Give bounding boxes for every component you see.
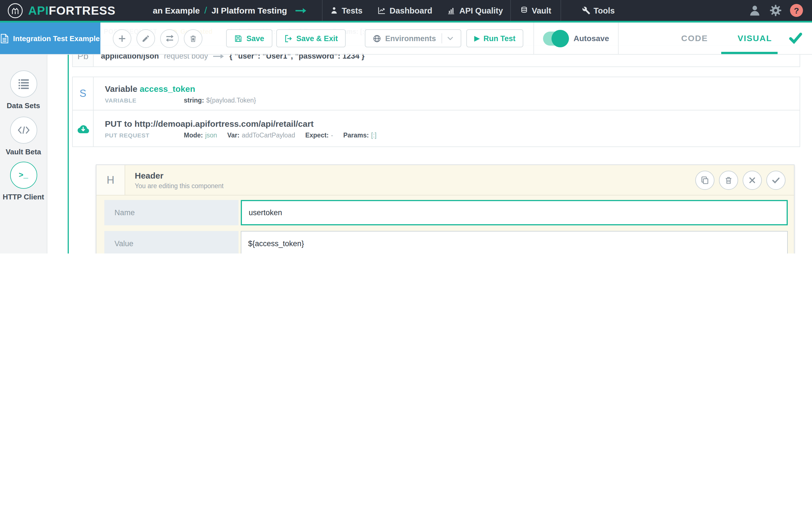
breadcrumb-arrow-icon [295,7,307,14]
header-value-input[interactable] [241,231,788,253]
header-name-field: Name [104,200,788,225]
trash-icon [189,34,197,43]
autosave-toggle[interactable] [543,31,566,45]
header-editor-title: Header [135,171,223,180]
breadcrumb: an Example / JI Platform Testing [153,5,307,16]
name-field-label: Name [104,200,239,225]
apifortress-logo[interactable]: APIFORTRESS [0,3,127,18]
variable-component-row[interactable]: S Variable access_token VARIABLE string:… [72,76,800,110]
header-component-editor: H Header You are editing this component … [96,165,795,253]
editor-toolbar: Integration Test Example Save Save & Exi… [0,22,812,55]
reorder-components-button[interactable] [160,29,179,48]
vault-icon [520,6,528,15]
check-icon [771,175,780,184]
nav-api-quality[interactable]: API Quality [440,0,510,21]
plus-icon [118,34,126,43]
api-quality-icon [447,6,456,15]
breadcrumb-test[interactable]: JI Platform Testing [211,6,287,15]
header-value-field: Value [104,231,788,253]
edit-test-button[interactable] [137,29,155,48]
document-icon [1,34,8,43]
visual-tab-underline [721,52,777,54]
delete-component-button[interactable] [719,170,738,189]
header-name-input[interactable] [241,200,788,225]
tab-visual[interactable]: VISUAL [738,22,772,54]
sidebar-item-vault-beta[interactable]: Vault Beta [0,117,47,156]
nav-vault[interactable]: Vault [510,0,561,21]
tools-icon [581,6,590,15]
exit-icon [284,34,292,43]
environments-chevron[interactable] [442,33,453,43]
toolbar-divider [618,22,619,54]
help-icon[interactable]: ? [790,4,803,17]
cancel-edit-button[interactable] [743,170,762,189]
terminal-icon: >_ [18,171,28,180]
cloud-download-icon [77,123,89,133]
test-editor-canvas: POST REQUEST Generated Mode: json Var: p… [47,54,812,253]
top-navbar: APIFORTRESS an Example / JI Platform Tes… [0,0,812,22]
duplicate-component-button[interactable] [695,170,714,189]
swap-arrows-icon [165,34,174,43]
nav-tools[interactable]: Tools [574,0,622,21]
save-button[interactable]: Save [226,29,272,47]
globe-icon [373,34,381,43]
delete-test-button[interactable] [184,29,202,48]
apifortress-logo-icon [7,3,23,18]
component-guide-line [68,45,69,253]
put-request-badge [73,110,94,147]
save-exit-button[interactable]: Save & Exit [276,29,346,47]
close-icon [748,176,756,184]
trash-icon [724,175,733,184]
set-variable-badge: S [73,77,94,110]
nav-dashboard[interactable]: Dashboard [370,0,440,21]
copy-icon [700,175,709,184]
pencil-icon [142,34,150,43]
value-field-label: Value [104,231,239,253]
gear-icon[interactable] [769,4,782,17]
add-component-button[interactable] [113,29,132,48]
breadcrumb-project[interactable]: an Example [153,6,200,15]
user-icon[interactable] [748,4,761,17]
nav-tests[interactable]: Tests [322,0,370,21]
play-icon: ▶ [474,34,479,42]
dashboard-icon [377,6,386,15]
sidebar-item-http-client[interactable]: >_ HTTP Client [0,162,47,201]
tab-code[interactable]: CODE [681,22,708,54]
apifortress-app: APIFORTRESS an Example / JI Platform Tes… [0,0,812,253]
toolbar-divider [534,22,534,54]
data-sets-icon [18,79,29,89]
editor-sidebar: Data Sets Vault Beta >_ HTTP Client [0,54,47,253]
chevron-down-icon [447,36,453,40]
environments-dropdown[interactable]: Environments [365,29,461,47]
variable-name: access_token [140,83,195,93]
tab-integration-test-example[interactable]: Integration Test Example [0,22,100,54]
autosave-label: Autosave [573,34,609,43]
put-request-component-row[interactable]: PUT to http://demoapi.apifortress.com/ap… [72,110,800,147]
saved-check-icon [789,32,802,45]
code-icon [17,126,30,135]
floppy-icon [234,34,243,43]
breadcrumb-separator: / [204,5,207,16]
confirm-edit-button[interactable] [766,170,785,189]
header-editor-subtitle: You are editing this component [135,182,223,189]
put-request-title: PUT to http://demoapi.apifortress.com/ap… [105,119,800,128]
sidebar-item-data-sets[interactable]: Data Sets [0,70,47,110]
tests-icon [330,6,338,15]
header-badge: H [96,165,125,195]
navbar-actions: ? [748,4,812,17]
logo-text: APIFORTRESS [28,4,116,17]
run-test-button[interactable]: ▶ Run Test [466,29,523,47]
